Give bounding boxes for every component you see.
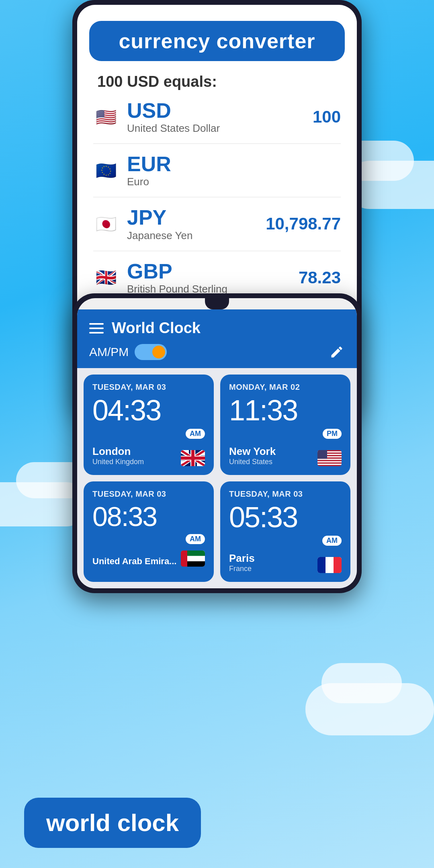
eur-flag: 🇪🇺 [93,158,119,183]
usd-name: United States Dollar [127,122,313,135]
world-clock-controls: AM/PM [89,344,345,360]
usd-code: USD [127,99,313,122]
svg-rect-22 [317,463,342,464]
uae-flag [181,551,205,567]
paris-time: 05:33 [229,503,342,532]
world-clock-label-text: world clock [46,809,179,836]
clock-card-uae[interactable]: TUESDAY, MAR 03 08:33 AM United Arab Emi… [84,481,214,582]
edit-icon[interactable] [329,344,345,360]
paris-country: France [229,565,255,573]
currency-row-eur[interactable]: 🇪🇺 EUR Euro [93,144,341,197]
currency-row-usd[interactable]: 🇺🇸 USD United States Dollar 100 [93,90,341,144]
ampm-label: AM/PM [89,345,129,359]
paris-city: Paris [229,552,255,565]
currency-row-jpy[interactable]: 🇯🇵 JPY Japanese Yen 10,798.77 [93,197,341,251]
newyork-time: 11:33 [229,396,342,425]
paris-date: TUESDAY, MAR 03 [229,489,342,499]
jpy-amount: 10,798.77 [266,214,341,233]
london-time: 04:33 [92,396,205,425]
toggle-knob [152,346,165,358]
svg-rect-32 [334,557,342,573]
world-clock-title: World Clock [112,319,201,337]
clock-card-newyork[interactable]: MONDAY, MAR 02 11:33 PM New York United … [220,375,350,475]
uae-city: United Arab Emira... [92,556,176,567]
clock-grid: TUESDAY, MAR 03 04:33 AM London United K… [77,368,357,588]
currency-converter-title: currency converter [119,29,315,53]
paris-period: AM [322,536,342,546]
gbp-code: GBP [127,260,299,283]
svg-rect-21 [317,461,342,463]
eur-name: Euro [127,176,341,188]
svg-rect-23 [317,464,342,465]
jpy-flag: 🇯🇵 [93,211,119,237]
london-period: AM [186,429,205,439]
svg-rect-10 [181,457,205,460]
newyork-flag [317,450,342,466]
usd-flag: 🇺🇸 [93,104,119,130]
eur-code: EUR [127,153,341,176]
newyork-date: MONDAY, MAR 02 [229,383,342,392]
clock-card-london[interactable]: TUESDAY, MAR 03 04:33 AM London United K… [84,375,214,475]
london-date: TUESDAY, MAR 03 [92,383,205,392]
london-flag [181,450,205,466]
gbp-flag: 🇬🇧 [93,265,119,291]
svg-rect-25 [317,450,327,459]
london-country: United Kingdom [92,458,144,466]
usd-amount: 100 [313,107,341,127]
world-clock-bottom-label: world clock [24,798,201,848]
newyork-country: United States [229,458,276,466]
clock-card-paris[interactable]: TUESDAY, MAR 03 05:33 AM Paris France [220,481,350,582]
paris-flag [317,557,342,573]
gbp-amount: 78.23 [299,268,341,287]
hamburger-menu-icon[interactable] [89,323,104,334]
phone-notch [205,298,229,309]
newyork-city: New York [229,445,276,458]
jpy-name: Japanese Yen [127,229,266,242]
svg-rect-19 [317,459,342,460]
equals-text: 100 USD equals: [77,69,357,90]
london-city: London [92,445,144,458]
uae-date: TUESDAY, MAR 03 [92,489,205,499]
world-clock-header: World Clock AM/PM [77,309,357,368]
newyork-period: PM [323,429,342,439]
jpy-code: JPY [127,206,266,229]
svg-rect-24 [317,465,342,466]
uae-period: AM [186,534,205,544]
world-clock-phone: World Clock AM/PM TUESD [72,293,362,593]
uae-time: 08:33 [92,503,205,530]
ampm-toggle[interactable] [135,344,167,360]
svg-rect-29 [181,551,187,567]
svg-rect-20 [317,460,342,461]
ampm-row: AM/PM [89,344,167,360]
svg-rect-31 [317,557,326,573]
currency-converter-banner: currency converter [89,21,345,61]
